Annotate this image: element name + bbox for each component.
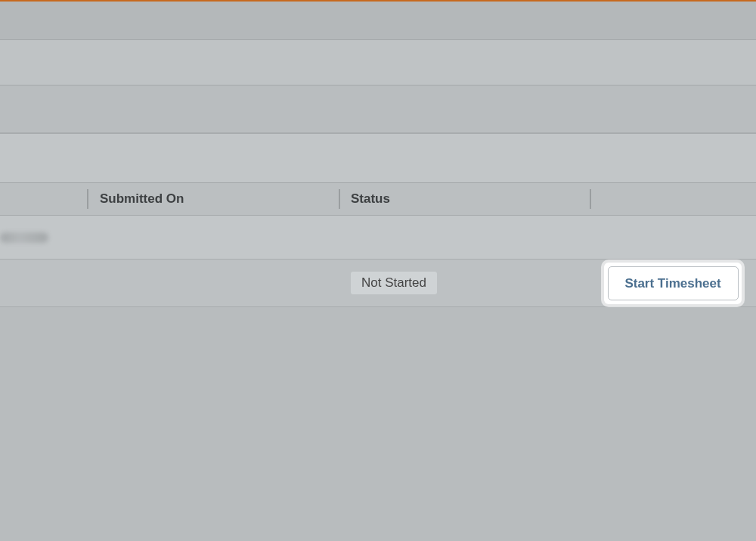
column-divider — [590, 189, 591, 209]
group-row — [0, 216, 756, 260]
table-header-row: Submitted On Status — [0, 182, 756, 216]
highlight-callout: Start Timesheet — [604, 263, 742, 304]
group-label-redacted — [0, 232, 48, 243]
column-divider — [87, 189, 88, 209]
column-header-submitted-on: Submitted On — [100, 191, 184, 207]
status-badge: Not Started — [351, 272, 437, 294]
start-timesheet-button[interactable]: Start Timesheet — [608, 266, 739, 300]
accent-bar — [0, 0, 756, 2]
header-band-1 — [0, 2, 756, 39]
column-divider — [339, 189, 340, 209]
column-header-status: Status — [351, 191, 390, 207]
header-band-2 — [0, 39, 756, 85]
header-band-3 — [0, 85, 756, 132]
header-band-4 — [0, 132, 756, 182]
